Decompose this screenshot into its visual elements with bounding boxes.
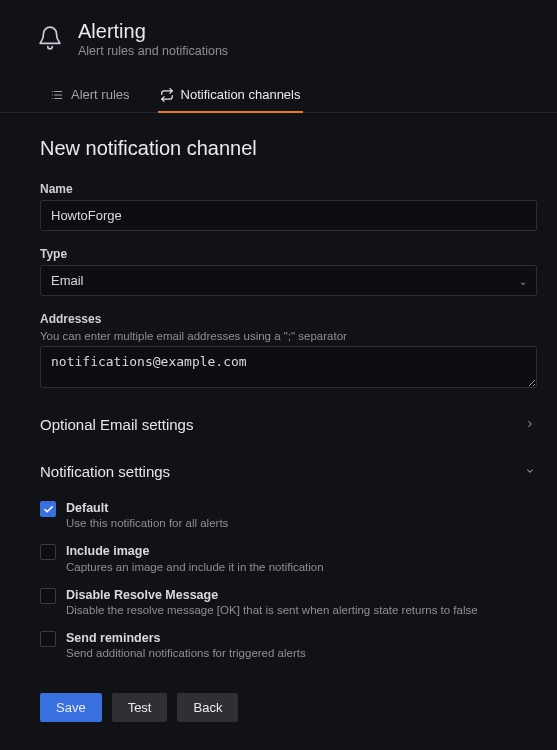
back-button[interactable]: Back: [177, 693, 238, 722]
page-title: Alerting: [78, 20, 228, 42]
chevron-right-icon: [525, 418, 535, 432]
content-area: New notification channel Name Type Email…: [0, 113, 557, 722]
addresses-label: Addresses: [40, 312, 537, 326]
page-subtitle: Alert rules and notifications: [78, 44, 228, 58]
tab-notification-channels-label: Notification channels: [181, 87, 301, 102]
checkbox-default-desc: Use this notification for all alerts: [66, 517, 228, 529]
checkbox-send-reminders-label: Send reminders: [66, 630, 306, 646]
list-icon: [50, 88, 64, 102]
chevron-down-icon: [525, 465, 535, 479]
checkbox-include-image-label: Include image: [66, 543, 324, 559]
name-label: Name: [40, 182, 537, 196]
type-select[interactable]: Email: [40, 265, 537, 296]
checkbox-default[interactable]: [40, 501, 56, 517]
tab-alert-rules-label: Alert rules: [71, 87, 130, 102]
checkbox-send-reminders-desc: Send additional notifications for trigge…: [66, 647, 306, 659]
addresses-help: You can enter multiple email addresses u…: [40, 330, 537, 342]
name-input[interactable]: [40, 200, 537, 231]
tabs-bar: Alert rules Notification channels: [0, 78, 557, 113]
tab-alert-rules[interactable]: Alert rules: [48, 79, 132, 113]
save-button[interactable]: Save: [40, 693, 102, 722]
bell-icon: [36, 24, 64, 52]
checkbox-default-label: Default: [66, 500, 228, 516]
checkbox-include-image-desc: Captures an image and include it in the …: [66, 561, 324, 573]
section-notification-settings-title: Notification settings: [40, 463, 170, 480]
section-notification-settings[interactable]: Notification settings: [40, 457, 537, 486]
page-header: Alerting Alert rules and notifications: [0, 0, 557, 72]
test-button[interactable]: Test: [112, 693, 168, 722]
repeat-icon: [160, 88, 174, 102]
checkbox-send-reminders[interactable]: [40, 631, 56, 647]
tab-notification-channels[interactable]: Notification channels: [158, 79, 303, 113]
checkbox-include-image[interactable]: [40, 544, 56, 560]
section-optional-email-title: Optional Email settings: [40, 416, 193, 433]
type-label: Type: [40, 247, 537, 261]
checkbox-disable-resolve-label: Disable Resolve Message: [66, 587, 478, 603]
checkbox-disable-resolve-desc: Disable the resolve message [OK] that is…: [66, 604, 478, 616]
checkbox-disable-resolve[interactable]: [40, 588, 56, 604]
addresses-input[interactable]: [40, 346, 537, 388]
content-heading: New notification channel: [40, 137, 537, 160]
section-optional-email[interactable]: Optional Email settings: [40, 410, 537, 439]
